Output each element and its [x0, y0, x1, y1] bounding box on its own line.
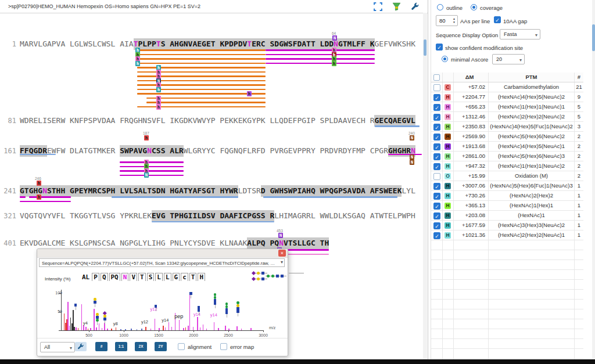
coverage-bar[interactable]	[137, 49, 266, 51]
coverage-bar[interactable]	[266, 63, 375, 64]
row-checkbox[interactable]: ✓	[433, 114, 440, 121]
row-checkbox[interactable]: ✓	[433, 143, 440, 150]
row-checkbox[interactable]: ✓	[433, 232, 440, 239]
glycan-site-marker[interactable]: N	[278, 233, 283, 238]
table-row[interactable]: O+15.99Oxidation (M)2	[431, 171, 583, 181]
table-row[interactable]: ✓H+1312.46(HexNAc)2(Hex)2(NeuAc)25	[431, 112, 583, 122]
sequence-segment: LHIMAGRRL WWLDLKSGAQ ATWTELPWPH	[274, 211, 415, 220]
table-row[interactable]: ✓H+2861.00(HexNAc)5(Hex)6(NeuAc)32	[431, 152, 583, 161]
table-row[interactable]: ✓H+2569.90(HexNAc)5(Hex)6(NeuAc)22	[431, 132, 583, 142]
outline-radio[interactable]	[437, 4, 443, 10]
coverage-bar[interactable]	[152, 221, 274, 223]
table-row[interactable]: ✓H+730.26(HexNAc)2(Hex)21	[431, 191, 583, 201]
row-checkbox[interactable]: ✓	[433, 104, 440, 111]
glycan-site-marker[interactable]: N	[410, 154, 414, 160]
alignment-checkbox[interactable]	[178, 343, 185, 350]
table-row[interactable]: ✓H+656.23(HexNAc)1(Hex)1(NeuAc)15	[431, 102, 583, 112]
coverage-bar[interactable]	[266, 49, 375, 51]
table-row[interactable]: C+57.02Carbamidomethylation21	[431, 82, 583, 92]
coverage-bar[interactable]	[137, 54, 266, 56]
coverage-bar[interactable]	[120, 175, 184, 176]
wrench-icon[interactable]	[411, 2, 420, 11]
coverage-bar[interactable]	[120, 166, 184, 168]
spectrum-plot[interactable]: 5010050010001500200025003000m/zy4y8y12y1…	[37, 249, 288, 340]
coverage-bar[interactable]	[112, 196, 238, 198]
display-option-select[interactable]: Fasta ▾	[500, 29, 540, 39]
coverage-bar[interactable]	[375, 125, 420, 127]
row-checkbox[interactable]: ✓	[433, 212, 440, 219]
zoom-button-11[interactable]: 1:1	[115, 342, 127, 351]
table-row[interactable]: ✓H+365.13(HexNAc)1(Hex)11	[431, 201, 583, 211]
sequence-segment: MARVLGAPVA LGLWSLCWSL AIA	[20, 39, 134, 48]
table-row[interactable]: ✓H+2350.83(HexNAc)4(Hex)5(Fuc)1(NeuAc)23	[431, 122, 583, 132]
coverage-bar[interactable]	[20, 154, 56, 156]
table-row[interactable]: ✓H+947.32(HexNAc)1(Hex)1(NeuAc)22	[431, 161, 583, 171]
zoom-button-[interactable]: #	[95, 342, 107, 351]
glycan-site-marker[interactable]: N	[144, 172, 149, 178]
gap-checkbox[interactable]: ✓	[494, 16, 501, 23]
select-all-checkbox[interactable]	[433, 74, 440, 81]
table-row[interactable]: ✓H+203.08(HexNAc)11	[431, 211, 583, 221]
glycan-site-marker[interactable]: h	[332, 61, 336, 66]
glycan-site-marker[interactable]: N	[332, 35, 337, 41]
ascore-radio[interactable]	[442, 56, 448, 62]
row-checkbox[interactable]: ✓	[433, 222, 440, 229]
coverage-bar[interactable]	[137, 63, 266, 64]
row-checkbox[interactable]	[433, 84, 440, 91]
row-checkbox[interactable]: ✓	[433, 203, 440, 210]
coverage-bar[interactable]	[120, 170, 184, 172]
row-checkbox[interactable]	[433, 173, 440, 180]
coverage-bar[interactable]	[29, 196, 71, 198]
filter-icon[interactable]	[392, 2, 401, 11]
coverage-bar[interactable]	[120, 161, 184, 163]
row-checkbox[interactable]: ✓	[433, 134, 440, 140]
spectrum-settings-button[interactable]	[75, 342, 87, 351]
sequence-scrollbar-thumb[interactable]	[424, 39, 426, 56]
glycan-site-marker[interactable]: N	[410, 135, 414, 140]
stepper-down-icon[interactable]: ▼	[453, 21, 456, 24]
glycan-site-marker[interactable]: h	[156, 104, 161, 110]
panel-scrollbar-thumb[interactable]	[592, 24, 595, 51]
spectrum-peak	[71, 323, 73, 330]
zoom-button-2Y[interactable]: 2Y	[155, 342, 167, 351]
confident-site-checkbox[interactable]: ✓	[436, 44, 443, 51]
coverage-bar[interactable]	[137, 58, 266, 60]
empty-table-row	[431, 300, 583, 309]
coverage-bar[interactable]	[146, 98, 266, 99]
glycan-site-marker[interactable]: h	[144, 135, 149, 140]
table-row[interactable]: ✓H+1677.59(HexNAc)3(Hex)3(NeuAc)21	[431, 221, 583, 230]
panel-scrollbar[interactable]	[592, 0, 595, 359]
row-checkbox[interactable]: ✓	[433, 183, 440, 190]
glycan-site-marker[interactable]: h	[247, 91, 252, 96]
table-row[interactable]: ✓H+1913.68(HexNAc)4(Hex)5(NeuAc)12	[431, 142, 583, 152]
coverage-bar[interactable]	[266, 54, 375, 56]
table-row[interactable]: ✓H+1021.36(HexNAc)2(Hex)2(NeuAc)11	[431, 230, 583, 240]
row-checkbox[interactable]: ✓	[433, 153, 440, 160]
glycan-site-marker[interactable]: N	[410, 160, 414, 165]
coverage-bar[interactable]	[20, 201, 71, 203]
table-row[interactable]: ✓H+3007.06(HexNAc)5(Hex)6(Fuc)1(NeuAc)31	[431, 181, 583, 191]
sequence-scrollbar[interactable]	[423, 13, 427, 359]
row-checkbox[interactable]: ✓	[433, 94, 440, 101]
zoom-button-2X[interactable]: 2X	[135, 342, 147, 351]
error-map-checkbox[interactable]	[220, 343, 227, 350]
ion-filter-select[interactable]: All ▾	[40, 342, 75, 352]
aas-per-line-stepper[interactable]: 80 ▲ ▼	[436, 15, 458, 26]
ascore-select[interactable]: 20 ▾	[492, 54, 525, 64]
row-checkbox[interactable]: ✓	[433, 193, 440, 200]
coverage-bar[interactable]	[266, 58, 375, 60]
table-row[interactable]: ✓H+2204.77(HexNAc)4(Hex)5(NeuAc)29	[431, 92, 583, 102]
coverage-radio[interactable]	[471, 4, 477, 10]
row-checkbox[interactable]: ✓	[433, 124, 440, 131]
coverage-bar[interactable]	[20, 196, 26, 198]
row-checkbox[interactable]: ✓	[433, 163, 440, 170]
glycan-site-marker[interactable]: h	[37, 181, 41, 186]
coverage-bar[interactable]	[263, 196, 397, 198]
glycan-site-marker[interactable]: h	[135, 61, 140, 66]
coverage-bar[interactable]	[137, 93, 266, 95]
coverage-bar[interactable]	[146, 102, 266, 103]
expand-icon[interactable]	[374, 2, 382, 11]
glycan-site-marker[interactable]: h	[156, 87, 161, 92]
glycan-site-marker[interactable]: h	[37, 194, 41, 200]
coverage-bar[interactable]	[388, 154, 422, 156]
